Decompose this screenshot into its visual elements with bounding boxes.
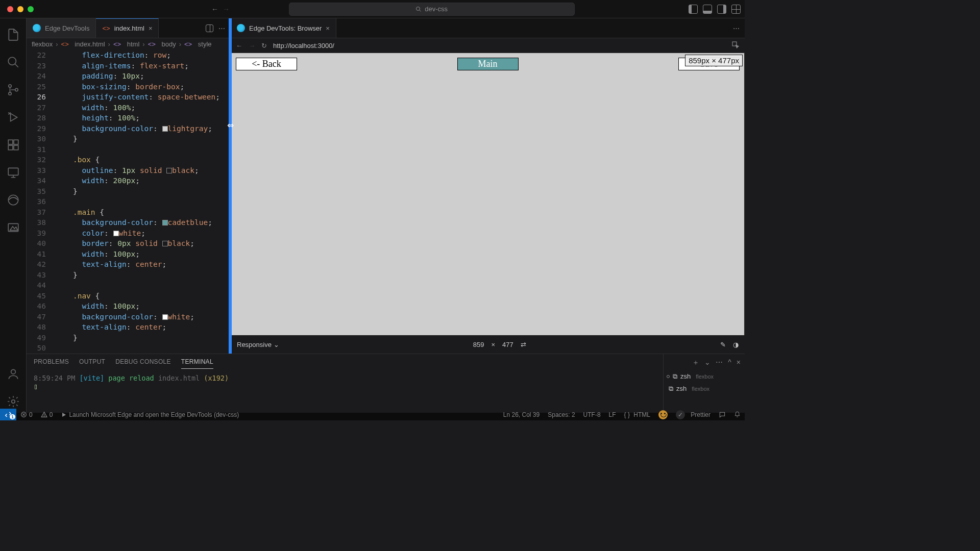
terminal-output[interactable]: 8:59:24 PM [vite] page reload index.html…: [27, 369, 663, 395]
tab-edge-devtools[interactable]: Edge DevTools: [27, 18, 96, 38]
close-icon[interactable]: ×: [326, 24, 330, 32]
toggle-secondary-sidebar-icon[interactable]: [717, 5, 726, 14]
run-debug-view[interactable]: [2, 106, 24, 129]
terminal-entry[interactable]: ⧉ zsh flexbox: [664, 383, 745, 395]
tab-label: Edge DevTools: Browser: [249, 24, 322, 32]
svg-point-18: [11, 369, 15, 374]
status-launch-task[interactable]: Launch Microsoft Edge and open the Edge …: [57, 411, 243, 418]
svg-point-4: [8, 85, 11, 87]
toggle-panel-icon[interactable]: [703, 5, 712, 14]
inspect-icon[interactable]: [731, 41, 740, 51]
terminal-split-dropdown-icon[interactable]: ⌄: [704, 358, 710, 367]
search-icon: [415, 6, 422, 12]
svg-rect-9: [14, 140, 18, 144]
new-terminal-icon[interactable]: ＋: [692, 358, 699, 367]
terminal-shell-icon: ⧉: [669, 385, 673, 393]
edit-icon[interactable]: ✎: [720, 341, 726, 348]
viewport-size-overlay: 859px × 477px: [685, 55, 743, 66]
svg-rect-10: [8, 145, 13, 150]
remote-badge: 1: [10, 414, 15, 419]
code-editor[interactable]: 2223242526272829303132333435363738394041…: [27, 50, 230, 354]
preview-box-main: Main: [458, 58, 518, 70]
remote-indicator[interactable]: 1: [0, 409, 16, 420]
panel-tab-output[interactable]: OUTPUT: [79, 358, 105, 369]
browser-toolbar: ← → ↻ http://localhost:3000/: [231, 38, 745, 53]
panel-tabs: PROBLEMS OUTPUT DEBUG CONSOLE TERMINAL: [27, 354, 663, 369]
more-settings-icon[interactable]: ◑: [733, 341, 739, 348]
status-cursor-pos[interactable]: Ln 26, Col 39: [499, 411, 544, 418]
accounts[interactable]: [2, 363, 24, 385]
rotate-icon[interactable]: ⇄: [521, 341, 526, 348]
url-bar[interactable]: http://localhost:3000/: [273, 42, 725, 49]
breadcrumbs[interactable]: flexbox › <> index.html › <> html › <> b…: [27, 38, 230, 50]
svg-rect-8: [8, 140, 13, 144]
source-control-view[interactable]: [2, 79, 24, 101]
edge-icon: [33, 24, 41, 32]
svg-line-1: [420, 10, 421, 11]
edge-icon: [237, 24, 245, 32]
terminal-list: ＋ ⌄ ⋯ ^ × ⧉ zsh flexbox ⧉ zsh flexbox: [663, 354, 745, 413]
editor-split: Edge DevTools <> index.html × ⋯ flexbox …: [27, 18, 745, 354]
titlebar: ← → dev-css: [0, 0, 745, 18]
remote-explorer-view[interactable]: [2, 161, 24, 184]
customize-layout-icon[interactable]: [731, 5, 741, 14]
svg-point-19: [11, 399, 15, 403]
editor-more-icon[interactable]: ⋯: [218, 24, 225, 32]
edge-tools-view[interactable]: [2, 189, 24, 211]
svg-rect-12: [8, 168, 18, 175]
maximize-window[interactable]: [28, 6, 34, 12]
svg-point-15: [8, 195, 18, 205]
panel-tab-debug[interactable]: DEBUG CONSOLE: [115, 358, 171, 369]
explorer-view[interactable]: [2, 23, 24, 46]
panel-tab-terminal[interactable]: TERMINAL: [181, 358, 213, 369]
breadcrumb-item: <> style: [184, 40, 212, 48]
svg-point-0: [416, 7, 420, 10]
history-forward-icon[interactable]: →: [223, 5, 230, 13]
panel-tab-problems[interactable]: PROBLEMS: [34, 358, 69, 369]
editor-group-code: Edge DevTools <> index.html × ⋯ flexbox …: [27, 18, 231, 354]
status-eol[interactable]: LF: [605, 411, 620, 418]
search-view[interactable]: [2, 51, 24, 73]
status-language[interactable]: { } HTML: [620, 411, 654, 418]
close-window[interactable]: [7, 6, 13, 12]
viewport-height[interactable]: 477: [502, 341, 513, 348]
tab-label: index.html: [114, 24, 144, 32]
panel-more-icon[interactable]: ⋯: [716, 358, 723, 367]
editor-group-preview: Edge DevTools: Browser × ⋯ ← → ↻ http://…: [231, 18, 745, 354]
tab-devtools-browser[interactable]: Edge DevTools: Browser ×: [231, 18, 336, 38]
toggle-primary-sidebar-icon[interactable]: [689, 5, 698, 14]
preview-box-back: <- Back: [236, 58, 297, 70]
rendered-page[interactable]: <- Back Main Save 859px × 477px: [231, 53, 744, 335]
tab-index-html[interactable]: <> index.html ×: [96, 18, 159, 38]
viewport-width[interactable]: 859: [473, 341, 484, 348]
status-warnings[interactable]: 0: [37, 411, 57, 418]
device-select[interactable]: Responsive ⌄: [237, 341, 279, 348]
terminal-entry[interactable]: ⧉ zsh flexbox: [664, 370, 745, 383]
split-editor-icon[interactable]: [206, 24, 213, 32]
activity-bar: [0, 18, 27, 413]
close-icon[interactable]: ×: [149, 24, 153, 32]
editor-tabs-right: Edge DevTools: Browser × ⋯: [231, 18, 745, 38]
breadcrumb-item: <> body: [148, 40, 176, 48]
history-back-icon[interactable]: ←: [211, 5, 218, 13]
browser-back-icon[interactable]: ←: [236, 42, 242, 49]
image-view[interactable]: [2, 216, 24, 239]
svg-line-3: [15, 64, 18, 67]
command-center-search[interactable]: dev-css: [289, 3, 575, 16]
browser-reload-icon[interactable]: ↻: [261, 42, 267, 49]
extensions-view[interactable]: [2, 134, 24, 156]
close-panel-icon[interactable]: ×: [737, 358, 741, 367]
status-indent[interactable]: Spaces: 2: [544, 411, 579, 418]
history-nav: ← →: [211, 5, 230, 13]
editor-split-drag-handle[interactable]: [229, 18, 232, 354]
editor-more-icon[interactable]: ⋯: [733, 24, 740, 32]
minimize-window[interactable]: [17, 6, 23, 12]
copilot-icon: [658, 410, 668, 419]
maximize-panel-icon[interactable]: ^: [728, 358, 731, 367]
svg-point-25: [44, 416, 44, 416]
svg-marker-17: [10, 227, 17, 231]
status-encoding[interactable]: UTF-8: [579, 411, 605, 418]
tab-label: Edge DevTools: [45, 24, 89, 32]
browser-forward-icon[interactable]: →: [249, 42, 255, 49]
browser-viewport: <- Back Main Save 859px × 477px Responsi…: [231, 53, 745, 354]
